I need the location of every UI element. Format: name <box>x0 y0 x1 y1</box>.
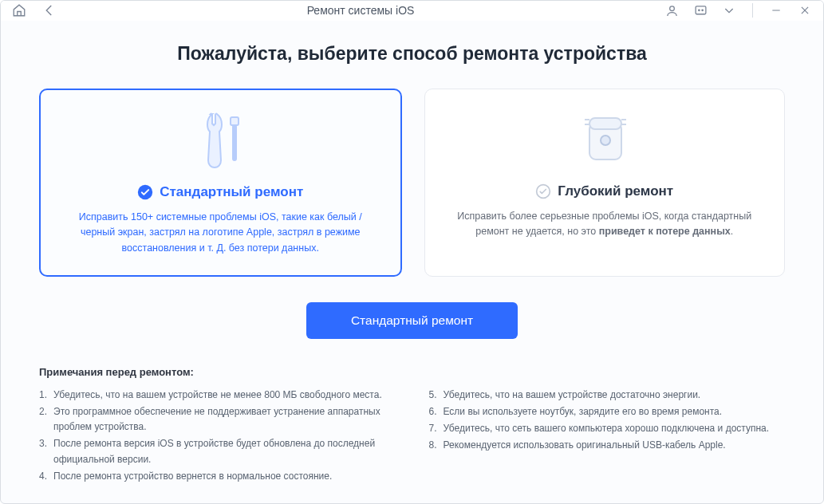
card-deep-desc: Исправить более серьезные проблемы iOS, … <box>447 209 763 240</box>
page-heading: Пожалуйста, выберите способ ремонта устр… <box>39 43 785 65</box>
note-item: 1.Убедитесь, что на вашем устройстве не … <box>39 388 396 403</box>
titlebar-left <box>12 3 57 18</box>
back-icon[interactable] <box>42 3 57 18</box>
note-item: 4.После ремонта устройство вернется в но… <box>39 469 396 484</box>
note-item: 5.Убедитесь, что на вашем устройстве дос… <box>429 388 786 403</box>
svg-point-12 <box>601 136 610 145</box>
minimize-icon[interactable] <box>769 3 783 18</box>
cta-row: Стандартный ремонт <box>39 302 785 339</box>
card-standard-repair[interactable]: Стандартный ремонт Исправить 150+ систем… <box>39 89 402 277</box>
deep-repair-illustration <box>557 107 652 172</box>
titlebar-right <box>664 3 812 18</box>
content: Пожалуйста, выберите способ ремонта устр… <box>1 21 823 503</box>
card-deep-title-row: Глубокий ремонт <box>535 183 673 199</box>
user-icon[interactable] <box>664 3 679 18</box>
feedback-icon[interactable] <box>693 3 708 18</box>
card-deep-title: Глубокий ремонт <box>558 183 673 199</box>
notes-heading: Примечания перед ремонтом: <box>39 366 785 378</box>
check-circle-filled-icon <box>137 184 153 200</box>
note-item: 8.Рекомендуется использовать оригинальны… <box>429 438 786 453</box>
card-deep-desc-bold: приведет к потере данных <box>599 226 731 237</box>
notes-left-column: 1.Убедитесь, что на вашем устройстве не … <box>39 388 396 486</box>
titlebar-title: Ремонт системы iOS <box>57 4 664 17</box>
svg-point-3 <box>701 10 702 10</box>
notes-section: Примечания перед ремонтом: 1.Убедитесь, … <box>39 366 785 486</box>
titlebar-divider <box>752 3 753 18</box>
titlebar: Ремонт системы iOS <box>1 1 823 21</box>
home-icon[interactable] <box>12 3 26 18</box>
app-window: Ремонт системы iOS Пожалуйста, выберите … <box>0 0 824 504</box>
svg-rect-7 <box>231 117 239 125</box>
svg-point-0 <box>669 6 674 11</box>
repair-mode-cards: Стандартный ремонт Исправить 150+ систем… <box>39 89 785 277</box>
note-item: 2.Это программное обеспечение не поддерж… <box>39 404 396 435</box>
close-icon[interactable] <box>798 3 812 18</box>
note-item: 3.После ремонта версия iOS в устройстве … <box>39 436 396 467</box>
note-item: 7.Убедитесь, что сеть вашего компьютера … <box>429 421 786 436</box>
chevron-down-icon[interactable] <box>722 3 736 18</box>
svg-rect-8 <box>233 125 236 160</box>
card-standard-desc: Исправить 150+ системные проблемы iOS, т… <box>63 210 378 256</box>
notes-columns: 1.Убедитесь, что на вашем устройстве не … <box>39 388 785 486</box>
card-deep-repair[interactable]: Глубокий ремонт Исправить более серьезны… <box>424 89 786 277</box>
card-deep-desc-suffix: . <box>731 226 733 237</box>
notes-right-column: 5.Убедитесь, что на вашем устройстве дос… <box>429 388 786 486</box>
svg-rect-1 <box>696 6 706 14</box>
check-circle-outline-icon <box>535 183 551 199</box>
standard-repair-illustration <box>172 108 268 173</box>
card-standard-title: Стандартный ремонт <box>160 184 303 200</box>
card-standard-title-row: Стандартный ремонт <box>137 184 303 200</box>
note-item: 6.Если вы используете ноутбук, зарядите … <box>429 404 786 419</box>
svg-point-2 <box>698 10 699 10</box>
start-repair-button[interactable]: Стандартный ремонт <box>306 302 518 339</box>
svg-rect-11 <box>589 118 621 129</box>
